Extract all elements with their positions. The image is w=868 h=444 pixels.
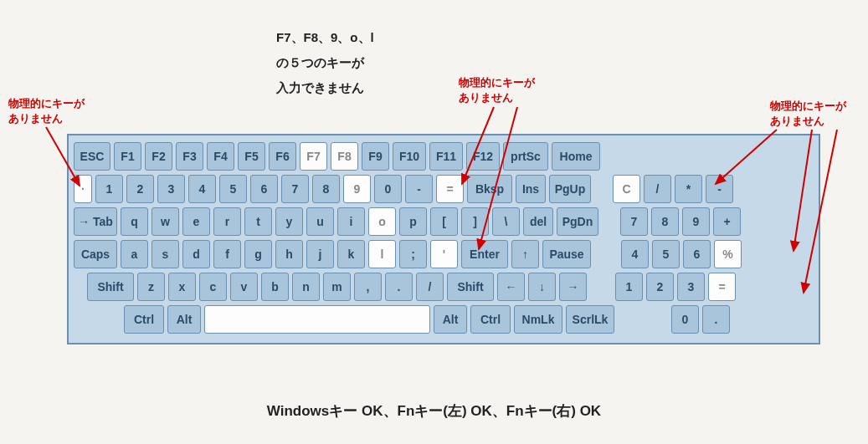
key-m: m bbox=[323, 273, 351, 301]
key-1: 1 bbox=[95, 175, 123, 203]
key-F7: F7 bbox=[300, 142, 327, 171]
key-8: 8 bbox=[651, 207, 679, 236]
key-5: 5 bbox=[219, 175, 247, 203]
key-2: 2 bbox=[646, 273, 674, 301]
key-Ctrl: Ctrl bbox=[470, 305, 511, 334]
key-w: w bbox=[152, 207, 179, 236]
kb-row-1: ·1234567890-=BkspInsPgUpC/*- bbox=[74, 175, 814, 203]
key-d: d bbox=[182, 240, 210, 268]
key-3: 3 bbox=[677, 273, 705, 301]
key-k: k bbox=[337, 240, 365, 268]
top-l1: F7、F8、9、o、l bbox=[276, 25, 374, 50]
key-del: del bbox=[523, 207, 553, 236]
key-4: 4 bbox=[188, 175, 216, 203]
key-2: 2 bbox=[126, 175, 154, 203]
key--: - bbox=[706, 175, 733, 203]
key-j: j bbox=[306, 240, 334, 268]
key-=: = bbox=[436, 175, 464, 203]
key-F11: F11 bbox=[429, 142, 463, 171]
key-Ctrl: Ctrl bbox=[124, 305, 164, 334]
key-7: 7 bbox=[281, 175, 309, 203]
key-l: l bbox=[368, 240, 396, 268]
key-%: % bbox=[714, 240, 742, 268]
key-0: 0 bbox=[671, 305, 699, 334]
key-4: 4 bbox=[621, 240, 649, 268]
key--: - bbox=[405, 175, 433, 203]
keyboard: ESCF1F2F3F4F5F6F7F8F9F10F11F12prtScHome·… bbox=[67, 134, 820, 344]
key-Alt: Alt bbox=[434, 305, 467, 334]
key-C: C bbox=[613, 175, 640, 203]
key-*: * bbox=[675, 175, 702, 203]
key-F10: F10 bbox=[393, 142, 426, 171]
key-space bbox=[204, 305, 430, 334]
key-9: 9 bbox=[682, 207, 710, 236]
key-r: r bbox=[213, 207, 241, 236]
key-Alt: Alt bbox=[167, 305, 201, 334]
kb-row-2: → Tabqwertyuiop[]\delPgDn789+ bbox=[74, 207, 814, 236]
key-,: , bbox=[354, 273, 382, 301]
key-q: q bbox=[121, 207, 148, 236]
key-o: o bbox=[368, 207, 396, 236]
key-0: 0 bbox=[374, 175, 402, 203]
key-z: z bbox=[137, 273, 165, 301]
kb-row-0: ESCF1F2F3F4F5F6F7F8F9F10F11F12prtScHome bbox=[74, 142, 814, 171]
key-.: . bbox=[385, 273, 413, 301]
key-6: 6 bbox=[250, 175, 278, 203]
key-Shift: Shift bbox=[447, 273, 494, 301]
key-Bksp: Bksp bbox=[467, 175, 512, 203]
key-F12: F12 bbox=[466, 142, 500, 171]
key-Shift: Shift bbox=[87, 273, 134, 301]
key-↓: ↓ bbox=[528, 273, 556, 301]
key-e: e bbox=[182, 207, 210, 236]
bottom-status: Windowsキー OK、Fnキー(左) OK、Fnキー(右) OK bbox=[0, 401, 868, 421]
key-]: ] bbox=[461, 207, 489, 236]
kb-row-5: CtrlAltAltCtrlNmLkScrlLk0. bbox=[74, 305, 814, 334]
key-;: ; bbox=[399, 240, 427, 268]
kb-row-3: Capsasdfghjkl;'Enter↑Pause456% bbox=[74, 240, 814, 268]
key-Caps: Caps bbox=[74, 240, 117, 268]
top-l2: の５つのキーが bbox=[276, 50, 374, 75]
top-message: F7、F8、9、o、l の５つのキーが 入力できません bbox=[276, 25, 374, 100]
key-[: [ bbox=[430, 207, 458, 236]
key-y: y bbox=[275, 207, 303, 236]
key-Home: Home bbox=[552, 142, 600, 171]
annot-mid: 物理的にキーがありません bbox=[459, 75, 535, 105]
key-→ Tab: → Tab bbox=[74, 207, 117, 236]
key-Ins: Ins bbox=[516, 175, 546, 203]
key-prtSc: prtSc bbox=[503, 142, 548, 171]
key-1: 1 bbox=[615, 273, 643, 301]
key-7: 7 bbox=[620, 207, 648, 236]
key-c: c bbox=[199, 273, 227, 301]
annot-right: 物理的にキーがありません bbox=[770, 99, 846, 129]
key-i: i bbox=[337, 207, 365, 236]
key-F6: F6 bbox=[269, 142, 296, 171]
key-F5: F5 bbox=[238, 142, 265, 171]
key-/: / bbox=[644, 175, 671, 203]
key-\: \ bbox=[492, 207, 520, 236]
key-→: → bbox=[559, 273, 587, 301]
key-Pause: Pause bbox=[542, 240, 591, 268]
key-Enter: Enter bbox=[461, 240, 508, 268]
key-/: / bbox=[416, 273, 444, 301]
key-PgUp: PgUp bbox=[549, 175, 591, 203]
kb-row-4: Shiftzxcvbnm,./Shift←↓→123= bbox=[74, 273, 814, 301]
key-ScrlLk: ScrlLk bbox=[566, 305, 614, 334]
key-t: t bbox=[244, 207, 272, 236]
key-3: 3 bbox=[157, 175, 185, 203]
key-h: h bbox=[275, 240, 303, 268]
key-F2: F2 bbox=[145, 142, 172, 171]
key-u: u bbox=[306, 207, 334, 236]
key-=: = bbox=[708, 273, 736, 301]
key-F8: F8 bbox=[331, 142, 358, 171]
key-6: 6 bbox=[683, 240, 711, 268]
key-9: 9 bbox=[343, 175, 371, 203]
key-ESC: ESC bbox=[74, 142, 110, 171]
key-v: v bbox=[230, 273, 258, 301]
top-l3: 入力できません bbox=[276, 75, 374, 100]
key-a: a bbox=[121, 240, 148, 268]
key-5: 5 bbox=[652, 240, 680, 268]
key-F4: F4 bbox=[207, 142, 234, 171]
key-n: n bbox=[292, 273, 320, 301]
key-': ' bbox=[430, 240, 458, 268]
key-p: p bbox=[399, 207, 427, 236]
